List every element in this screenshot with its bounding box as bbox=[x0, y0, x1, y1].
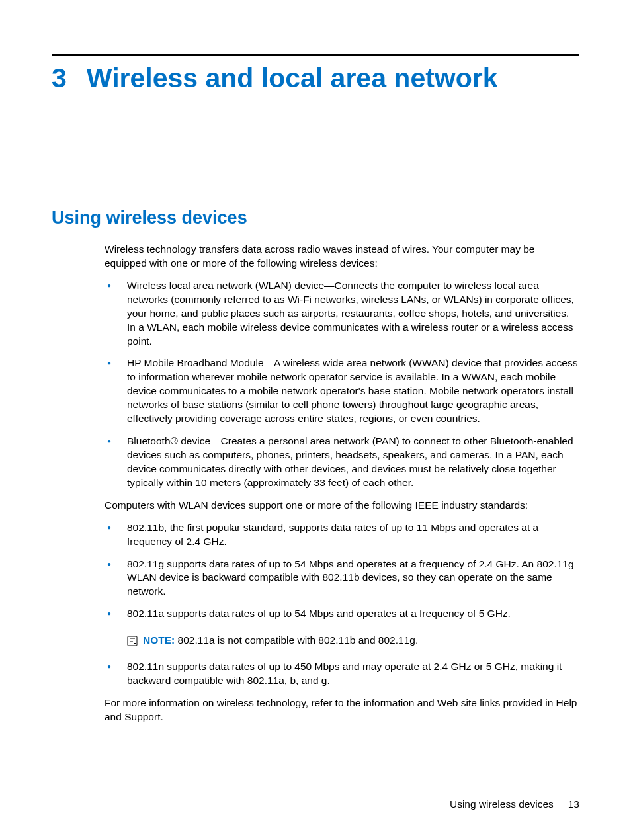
section-body: Wireless technology transfers data acros… bbox=[105, 243, 579, 724]
document-page: 3 Wireless and local area network Using … bbox=[0, 0, 631, 724]
chapter-header: 3 Wireless and local area network bbox=[52, 65, 579, 92]
list-item: Bluetooth® device—Creates a personal are… bbox=[105, 435, 579, 490]
list-item: HP Mobile Broadband Module—A wireless wi… bbox=[105, 357, 579, 426]
standards-intro: Computers with WLAN devices support one … bbox=[105, 499, 579, 513]
chapter-number: 3 bbox=[52, 65, 67, 92]
closing-paragraph: For more information on wireless technol… bbox=[105, 696, 579, 724]
list-item: 802.11a supports data rates of up to 54 … bbox=[105, 607, 579, 621]
page-footer: Using wireless devices 13 bbox=[450, 798, 579, 810]
section-title: Using wireless devices bbox=[52, 208, 579, 228]
footer-section-name: Using wireless devices bbox=[450, 798, 554, 810]
list-item: 802.11b, the first popular standard, sup… bbox=[105, 521, 579, 549]
intro-paragraph: Wireless technology transfers data acros… bbox=[105, 243, 579, 271]
note-icon bbox=[127, 636, 138, 646]
note-text: 802.11a is not compatible with 802.11b a… bbox=[178, 634, 419, 646]
note-box: NOTE: 802.11a is not compatible with 802… bbox=[127, 630, 579, 651]
chapter-rule bbox=[52, 54, 579, 56]
list-item: 802.11g supports data rates of up to 54 … bbox=[105, 558, 579, 599]
chapter-title: Wireless and local area network bbox=[87, 65, 498, 92]
footer-page-number: 13 bbox=[568, 798, 579, 810]
note-label: NOTE: bbox=[143, 634, 175, 646]
devices-list: Wireless local area network (WLAN) devic… bbox=[105, 279, 579, 490]
list-item: Wireless local area network (WLAN) devic… bbox=[105, 279, 579, 349]
standards-list-cont: 802.11n supports data rates of up to 450… bbox=[105, 660, 579, 688]
standards-list: 802.11b, the first popular standard, sup… bbox=[105, 521, 579, 622]
list-item: 802.11n supports data rates of up to 450… bbox=[105, 660, 579, 688]
